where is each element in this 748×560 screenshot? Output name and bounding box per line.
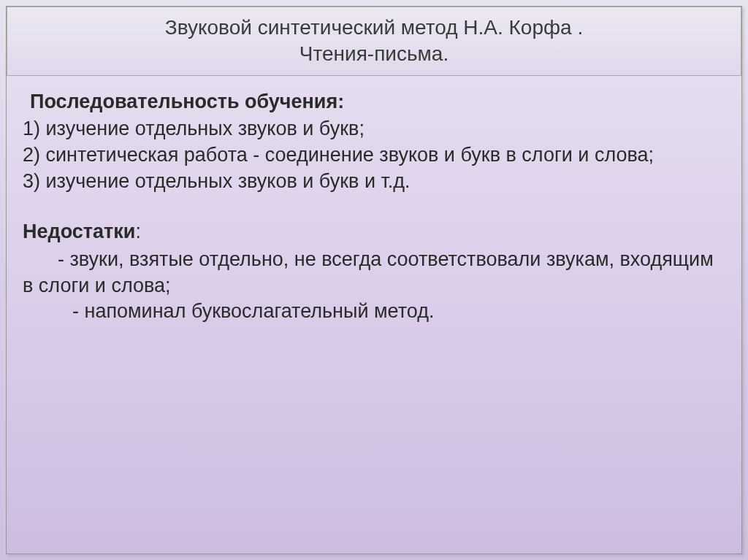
sequence-block: Последовательность обучения:: [23, 89, 725, 115]
slide-content: Последовательность обучения: 1) изучение…: [7, 76, 741, 553]
slide-title-line2: Чтения-письма.: [22, 41, 726, 67]
drawbacks-block: Недостатки:: [23, 219, 725, 245]
drawback-item: - звуки, взятые отдельно, не всегда соот…: [23, 247, 725, 299]
sequence-item: 1) изучение отдельных звуков и букв;: [23, 116, 725, 142]
drawbacks-colon: :: [135, 220, 141, 242]
drawbacks-list: - звуки, взятые отдельно, не всегда соот…: [23, 247, 725, 325]
sequence-item: 2) синтетическая работа - соединение зву…: [23, 142, 725, 169]
drawback-text: - напоминал буквослагательный метод.: [72, 300, 434, 322]
sequence-heading: Последовательность обучения:: [30, 91, 344, 112]
slide-title-line1: Звуковой синтетический метод Н.А. Корфа …: [22, 15, 726, 41]
drawbacks-heading: Недостатки: [23, 220, 135, 242]
slide-header: Звуковой синтетический метод Н.А. Корфа …: [7, 7, 741, 76]
sequence-list: 1) изучение отдельных звуков и букв; 2) …: [23, 116, 725, 194]
drawback-text: - звуки, взятые отдельно, не всегда соот…: [23, 248, 714, 296]
spacer: [23, 194, 725, 219]
drawback-item: - напоминал буквослагательный метод.: [23, 299, 725, 325]
sequence-item: 3) изучение отдельных звуков и букв и т.…: [23, 169, 725, 195]
slide-container: Звуковой синтетический метод Н.А. Корфа …: [6, 6, 742, 554]
